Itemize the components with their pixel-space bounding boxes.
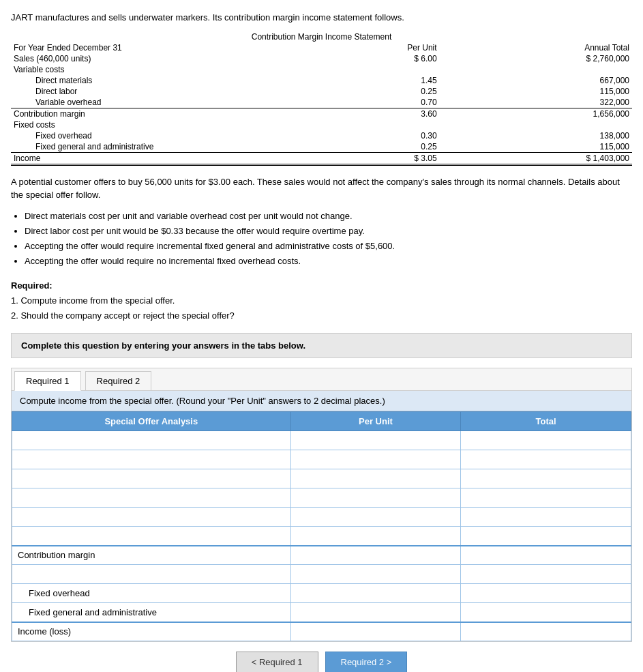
required-title: Required:: [11, 280, 53, 291]
fixed-overhead-per-unit-cell: [290, 584, 461, 603]
table-row: [12, 431, 631, 450]
tabs-header: Required 1 Required 2: [12, 368, 631, 391]
bullet-3: Accepting the offer would require increm…: [25, 239, 632, 254]
contribution-margin-per-unit-input[interactable]: [295, 550, 457, 560]
fixed-gen-admin-label: Fixed general and administrative: [11, 141, 247, 153]
tab-required-1[interactable]: Required 1: [14, 371, 81, 391]
direct-materials-label: Direct materials: [11, 75, 247, 86]
row6-total-cell: [461, 527, 631, 546]
instruction-bar: Compute income from the special offer. (…: [12, 391, 631, 411]
direct-materials-per-unit: 1.45: [247, 75, 439, 86]
row2-label-cell: [12, 450, 291, 469]
row3-label-cell: [12, 469, 291, 488]
row6-per-unit-input[interactable]: [295, 531, 457, 541]
contribution-margin-label: Contribution margin: [11, 108, 247, 119]
row6-label-cell: [12, 527, 291, 546]
row1-total-input[interactable]: [465, 435, 627, 445]
next-button[interactable]: Required 2 >: [325, 652, 408, 672]
row5-total-cell: [461, 508, 631, 527]
financial-table: Contribution Margin Income Statement For…: [11, 31, 632, 166]
row5-label-input[interactable]: [16, 512, 286, 522]
row3-label-input[interactable]: [16, 473, 286, 484]
row8-label-cell: [12, 565, 291, 584]
fixed-gen-admin-annual: 115,000: [440, 141, 632, 153]
data-table: Special Offer Analysis Per Unit Total: [12, 411, 631, 641]
row5-per-unit-input[interactable]: [295, 512, 457, 522]
table-row: [12, 565, 631, 584]
direct-materials-annual: 667,000: [440, 75, 632, 86]
variable-overhead-label: Variable overhead: [11, 97, 247, 108]
row4-label-cell: [12, 488, 291, 508]
bullet-list: Direct materials cost per unit and varia…: [25, 209, 632, 269]
table-row: [12, 508, 631, 527]
prev-button[interactable]: < Required 1: [236, 652, 318, 672]
income-per-unit: $ 3.05: [247, 152, 439, 164]
row2-per-unit-cell: [290, 450, 461, 469]
col-header-total: Total: [461, 412, 631, 431]
row5-total-input[interactable]: [465, 512, 627, 522]
row1-label-input[interactable]: [16, 435, 286, 445]
direct-labor-label: Direct labor: [11, 86, 247, 97]
row1-label-cell: [12, 431, 291, 450]
tab-content: Compute income from the special offer. (…: [12, 391, 631, 641]
col-header-label: For Year Ended December 31: [11, 42, 247, 53]
income-label: Income: [11, 152, 247, 164]
footer-buttons: < Required 1 Required 2 >: [11, 652, 632, 672]
variable-costs-label: Variable costs: [11, 64, 247, 75]
col-header-per-unit: Per Unit: [290, 412, 461, 431]
row6-label-input[interactable]: [16, 531, 286, 541]
row1-per-unit-cell: [290, 431, 461, 450]
contribution-margin-row: Contribution margin: [12, 546, 631, 565]
row8-total-cell: [461, 565, 631, 584]
row2-label-input[interactable]: [16, 454, 286, 465]
income-loss-total-input[interactable]: [465, 626, 627, 637]
col-header-annual: Annual Total: [440, 42, 632, 53]
table-row: [12, 527, 631, 546]
fixed-overhead-label: Fixed overhead: [11, 130, 247, 141]
required-section: Required: 1. Compute income from the spe…: [11, 278, 632, 323]
income-loss-per-unit-input[interactable]: [295, 626, 457, 637]
fixed-gen-admin-total-input[interactable]: [465, 607, 627, 617]
row2-total-input[interactable]: [465, 454, 627, 465]
row8-label-input[interactable]: [16, 569, 286, 579]
fixed-gen-admin-row: Fixed general and administrative: [12, 603, 631, 622]
row2-per-unit-input[interactable]: [295, 454, 457, 465]
bullet-2: Direct labor cost per unit would be $0.3…: [25, 224, 632, 239]
table-row: [12, 469, 631, 488]
col-header-per-unit: Per Unit: [247, 42, 439, 53]
row3-total-cell: [461, 469, 631, 488]
row6-per-unit-cell: [290, 527, 461, 546]
fixed-gen-admin-per-unit: 0.25: [247, 141, 439, 153]
sales-annual: $ 2,760,000: [440, 53, 632, 64]
sales-per-unit: $ 6.00: [247, 53, 439, 64]
row3-per-unit-input[interactable]: [295, 473, 457, 484]
row4-total-cell: [461, 488, 631, 508]
contribution-margin-total-cell: [461, 546, 631, 565]
required-item-1: 1. Compute income from the special offer…: [11, 293, 632, 308]
row4-per-unit-input[interactable]: [295, 493, 457, 503]
sales-label: Sales (460,000 units): [11, 53, 247, 64]
contribution-margin-label-cell: Contribution margin: [12, 546, 291, 565]
fixed-gen-admin-label-cell: Fixed general and administrative: [12, 603, 291, 622]
row8-total-input[interactable]: [465, 569, 627, 579]
intro-paragraph1: JART manufactures and sells underwater m…: [11, 11, 632, 25]
fixed-overhead-total-cell: [461, 584, 631, 603]
tab-required-2[interactable]: Required 2: [85, 371, 152, 390]
intro-paragraph2: A potential customer offers to buy 56,00…: [11, 175, 632, 202]
row4-label-input[interactable]: [16, 493, 286, 503]
row1-per-unit-input[interactable]: [295, 435, 457, 445]
row3-total-input[interactable]: [465, 473, 627, 484]
row6-total-input[interactable]: [465, 531, 627, 541]
income-loss-per-unit-cell: [290, 622, 461, 641]
income-loss-label-cell: Income (loss): [12, 622, 291, 641]
row8-per-unit-input[interactable]: [295, 569, 457, 579]
income-annual: $ 1,403,000: [440, 152, 632, 164]
row5-per-unit-cell: [290, 508, 461, 527]
contribution-margin-total-input[interactable]: [465, 550, 627, 560]
fixed-overhead-per-unit-input[interactable]: [295, 588, 457, 598]
fixed-overhead-total-input[interactable]: [465, 588, 627, 598]
fixed-gen-admin-total-cell: [461, 603, 631, 622]
contribution-margin-per-unit: 3.60: [247, 108, 439, 119]
fixed-gen-admin-per-unit-input[interactable]: [295, 607, 457, 617]
row4-total-input[interactable]: [465, 493, 627, 503]
